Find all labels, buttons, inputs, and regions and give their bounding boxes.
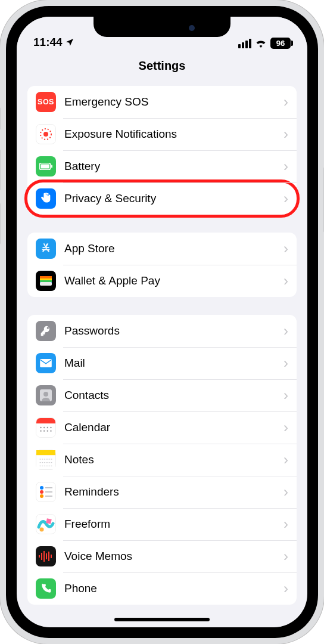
chevron-icon: ›: [284, 242, 288, 256]
svg-point-19: [50, 427, 51, 428]
svg-rect-24: [36, 450, 55, 455]
settings-group: Passwords › Mail › Contact: [27, 315, 297, 605]
wallet-icon: [36, 271, 56, 291]
cellular-icon: [238, 39, 251, 48]
chevron-icon: ›: [284, 420, 288, 435]
svg-point-20: [40, 430, 41, 431]
svg-point-30: [40, 490, 43, 494]
appstore-icon: [36, 239, 56, 259]
hand-icon: [36, 188, 56, 209]
chevron-icon: ›: [284, 485, 288, 499]
svg-point-13: [43, 392, 48, 397]
row-exposure-notifications[interactable]: Exposure Notifications ›: [27, 118, 297, 150]
svg-point-17: [43, 427, 45, 428]
chevron-icon: ›: [284, 159, 288, 174]
calendar-icon: [36, 417, 56, 438]
home-indicator[interactable]: [114, 618, 210, 621]
svg-point-18: [47, 427, 48, 428]
svg-rect-4: [51, 165, 52, 168]
voice-memos-icon: [36, 546, 56, 566]
row-privacy-security[interactable]: Privacy & Security ›: [27, 182, 297, 215]
row-emergency-sos[interactable]: SOS Emergency SOS ›: [27, 86, 297, 118]
svg-point-23: [50, 430, 51, 431]
row-label: Exposure Notifications: [64, 128, 284, 141]
wifi-icon: [255, 39, 267, 48]
row-label: Reminders: [64, 485, 284, 499]
svg-point-22: [47, 430, 48, 431]
row-label: Battery: [64, 160, 284, 173]
row-label: Passwords: [64, 324, 284, 338]
chevron-icon: ›: [284, 95, 288, 109]
mail-icon: [36, 353, 56, 373]
chevron-icon: ›: [284, 388, 288, 402]
phone-icon: [36, 578, 56, 599]
svg-point-29: [40, 486, 43, 490]
svg-point-16: [40, 427, 41, 428]
notes-icon: [36, 450, 56, 470]
settings-group: App Store › Wallet & Apple Pay ›: [27, 233, 297, 297]
battery-app-icon: [36, 156, 56, 177]
row-label: Wallet & Apple Pay: [64, 274, 284, 287]
location-icon: [65, 38, 74, 47]
row-phone[interactable]: Phone ›: [27, 572, 297, 605]
svg-rect-36: [46, 518, 51, 524]
reminders-icon: [36, 482, 56, 502]
page-title: Settings: [139, 59, 186, 73]
svg-rect-10: [40, 282, 52, 286]
chevron-icon: ›: [284, 127, 288, 141]
settings-list[interactable]: SOS Emergency SOS › Exposure Notificatio…: [17, 81, 307, 627]
row-mail[interactable]: Mail ›: [27, 347, 297, 379]
row-freeform[interactable]: Freeform ›: [27, 508, 297, 540]
settings-group: SOS Emergency SOS › Exposure Notificatio…: [27, 86, 297, 215]
battery-icon: 96: [270, 38, 291, 49]
svg-rect-3: [41, 165, 49, 169]
chevron-icon: ›: [284, 517, 288, 531]
chevron-icon: ›: [284, 356, 288, 370]
svg-point-35: [40, 528, 44, 532]
svg-point-31: [40, 494, 43, 498]
row-label: App Store: [64, 242, 284, 255]
row-label: Calendar: [64, 421, 284, 434]
row-label: Contacts: [64, 389, 284, 402]
row-battery[interactable]: Battery ›: [27, 150, 297, 182]
chevron-icon: ›: [284, 549, 288, 564]
row-label: Freeform: [64, 518, 284, 531]
row-label: Mail: [64, 357, 284, 370]
chevron-icon: ›: [284, 453, 288, 467]
row-label: Privacy & Security: [64, 192, 284, 205]
svg-point-21: [43, 430, 45, 431]
row-app-store[interactable]: App Store ›: [27, 233, 297, 265]
key-icon: [36, 321, 56, 341]
chevron-icon: ›: [284, 274, 288, 288]
row-calendar[interactable]: Calendar ›: [27, 411, 297, 444]
device-notch: [94, 17, 230, 37]
freeform-icon: [36, 514, 56, 534]
sos-icon: SOS: [36, 92, 56, 112]
row-label: Notes: [64, 453, 284, 466]
row-wallet[interactable]: Wallet & Apple Pay ›: [27, 265, 297, 297]
nav-header: Settings: [17, 50, 307, 81]
row-label: Voice Memos: [64, 550, 284, 563]
svg-rect-25: [36, 455, 55, 469]
row-reminders[interactable]: Reminders ›: [27, 476, 297, 508]
device-frame: 11:44 96 Settings SOS Em: [0, 0, 324, 644]
chevron-icon: ›: [284, 581, 288, 596]
chevron-icon: ›: [284, 324, 288, 338]
row-notes[interactable]: Notes ›: [27, 444, 297, 476]
chevron-icon: ›: [284, 191, 288, 206]
row-label: Emergency SOS: [64, 95, 284, 109]
svg-rect-15: [36, 423, 55, 437]
exposure-icon: [36, 124, 56, 144]
row-passwords[interactable]: Passwords ›: [27, 315, 297, 347]
row-label: Phone: [64, 582, 284, 595]
row-contacts[interactable]: Contacts ›: [27, 379, 297, 411]
status-time: 11:44: [33, 36, 63, 49]
svg-rect-14: [36, 418, 55, 423]
contacts-icon: [36, 385, 56, 405]
svg-point-1: [43, 132, 48, 137]
row-voice-memos[interactable]: Voice Memos ›: [27, 540, 297, 572]
